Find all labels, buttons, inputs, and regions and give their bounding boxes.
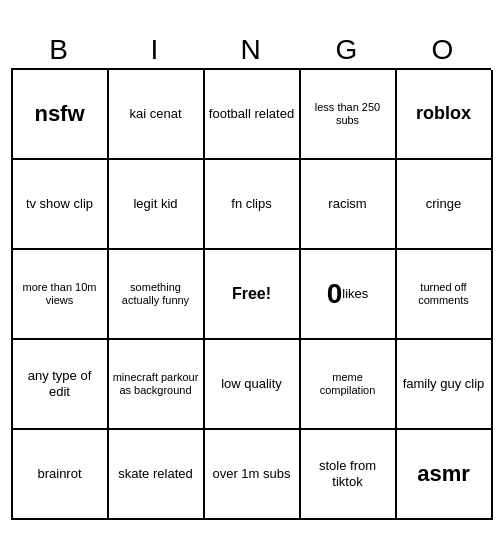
cell-fn-clips[interactable]: fn clips	[205, 160, 301, 250]
cell-free[interactable]: Free!	[205, 250, 301, 340]
cell-meme-compilation[interactable]: meme compilation	[301, 340, 397, 430]
cell-minecraft-parkour-as-background[interactable]: minecraft parkour as background	[109, 340, 205, 430]
cell-more-than-10m-views[interactable]: more than 10m views	[13, 250, 109, 340]
cell-cringe[interactable]: cringe	[397, 160, 493, 250]
cell-nsfw[interactable]: nsfw	[13, 70, 109, 160]
cell-turned-off-comments[interactable]: turned off comments	[397, 250, 493, 340]
cell-less-than-250-subs[interactable]: less than 250 subs	[301, 70, 397, 160]
header-g: G	[299, 34, 395, 66]
bingo-grid: nsfwkai cenatfootball relatedless than 2…	[11, 68, 491, 520]
header-i: I	[107, 34, 203, 66]
cell-football-related[interactable]: football related	[205, 70, 301, 160]
cell-tv-show-clip[interactable]: tv show clip	[13, 160, 109, 250]
cell-skate-related[interactable]: skate related	[109, 430, 205, 520]
header-o: O	[395, 34, 491, 66]
cell-zero-likes[interactable]: 0likes	[301, 250, 397, 340]
cell-low-quality[interactable]: low quality	[205, 340, 301, 430]
cell-any-type-of-edit[interactable]: any type of edit	[13, 340, 109, 430]
cell-asmr[interactable]: asmr	[397, 430, 493, 520]
bingo-card: B I N G O nsfwkai cenatfootball relatedl…	[11, 24, 491, 520]
cell-brainrot[interactable]: brainrot	[13, 430, 109, 520]
cell-legit-kid[interactable]: legit kid	[109, 160, 205, 250]
cell-roblox[interactable]: roblox	[397, 70, 493, 160]
cell-kai-cenat[interactable]: kai cenat	[109, 70, 205, 160]
cell-over-1m-subs[interactable]: over 1m subs	[205, 430, 301, 520]
cell-racism[interactable]: racism	[301, 160, 397, 250]
header-n: N	[203, 34, 299, 66]
cell-family-guy-clip[interactable]: family guy clip	[397, 340, 493, 430]
header-b: B	[11, 34, 107, 66]
cell-something-actually-funny[interactable]: something actually funny	[109, 250, 205, 340]
bingo-header	[11, 24, 491, 32]
cell-stole-from-tiktok[interactable]: stole from tiktok	[301, 430, 397, 520]
